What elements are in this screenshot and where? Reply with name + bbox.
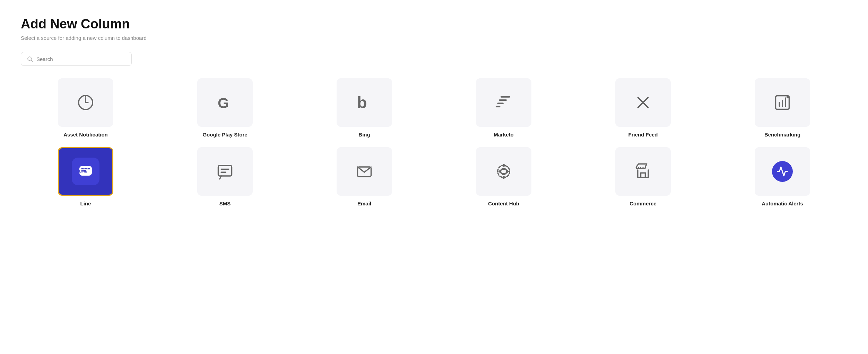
card-icon-box-friend-feed <box>615 78 671 127</box>
card-content-hub[interactable]: Content Hub <box>439 147 568 206</box>
card-icon-box-benchmarking <box>755 78 810 127</box>
card-label-email: Email <box>357 201 371 206</box>
svg-rect-25 <box>218 166 232 176</box>
card-label-asset-notification: Asset Notification <box>63 132 108 138</box>
svg-text:b: b <box>357 94 367 112</box>
close-icon <box>634 94 652 111</box>
card-commerce[interactable]: Commerce <box>578 147 708 206</box>
card-benchmarking[interactable]: Benchmarking <box>718 78 847 138</box>
commerce-icon <box>634 162 652 180</box>
card-automatic-alerts[interactable]: Automatic Alerts <box>718 147 847 206</box>
card-icon-box-line: LINE <box>58 147 113 196</box>
card-label-friend-feed: Friend Feed <box>628 132 658 138</box>
sms-icon <box>216 162 234 180</box>
card-friend-feed[interactable]: Friend Feed <box>578 78 708 138</box>
card-asset-notification[interactable]: Asset Notification <box>21 78 150 138</box>
card-label-bing: Bing <box>358 132 370 138</box>
card-icon-box-google-play-store: G <box>197 78 253 127</box>
marketo-icon <box>494 93 513 112</box>
source-grid: Asset Notification G Google Play Store b… <box>21 78 847 206</box>
card-marketo[interactable]: Marketo <box>439 78 568 138</box>
email-icon <box>355 162 373 180</box>
svg-point-32 <box>503 177 504 178</box>
card-icon-box-email <box>337 147 392 196</box>
card-icon-box-content-hub <box>476 147 531 196</box>
card-icon-box-marketo <box>476 78 531 127</box>
svg-rect-22 <box>87 168 90 169</box>
google-icon: G <box>215 93 235 112</box>
search-icon <box>27 56 33 62</box>
svg-line-1 <box>31 60 32 61</box>
card-google-play-store[interactable]: G Google Play Store <box>160 78 290 138</box>
automatic-alerts-icon <box>776 166 788 177</box>
card-label-sms: SMS <box>219 201 231 206</box>
card-icon-box-bing: b <box>337 78 392 127</box>
card-label-content-hub: Content Hub <box>488 201 519 206</box>
bing-icon: b <box>355 93 374 112</box>
card-sms[interactable]: SMS <box>160 147 290 206</box>
line-icon-wrapper: LINE <box>72 158 99 185</box>
card-label-commerce: Commerce <box>630 201 657 206</box>
card-icon-box-asset-notification <box>58 78 113 127</box>
page-subtitle: Select a source for adding a new column … <box>21 35 847 41</box>
card-label-marketo: Marketo <box>494 132 514 138</box>
card-label-google-play-store: Google Play Store <box>202 132 247 138</box>
svg-text:LINE: LINE <box>79 169 87 173</box>
card-bing[interactable]: b Bing <box>300 78 429 138</box>
card-label-benchmarking: Benchmarking <box>764 132 800 138</box>
benchmarking-icon <box>773 94 791 112</box>
card-icon-box-sms <box>197 147 253 196</box>
svg-text:G: G <box>218 95 229 111</box>
card-icon-box-automatic-alerts <box>755 147 810 196</box>
card-label-automatic-alerts: Automatic Alerts <box>762 201 803 206</box>
clock-icon <box>76 93 95 112</box>
card-email[interactable]: Email <box>300 147 429 206</box>
svg-point-18 <box>787 95 790 98</box>
page-title: Add New Column <box>21 17 847 32</box>
card-icon-box-commerce <box>615 147 671 196</box>
card-label-line: Line <box>80 201 91 206</box>
automatic-alerts-icon-wrapper <box>772 161 793 182</box>
content-hub-icon <box>495 162 513 180</box>
line-icon: LINE <box>78 164 93 179</box>
card-line[interactable]: LINE Line <box>21 147 150 206</box>
search-input[interactable] <box>36 56 126 62</box>
svg-point-31 <box>503 165 504 166</box>
search-bar <box>21 52 132 66</box>
